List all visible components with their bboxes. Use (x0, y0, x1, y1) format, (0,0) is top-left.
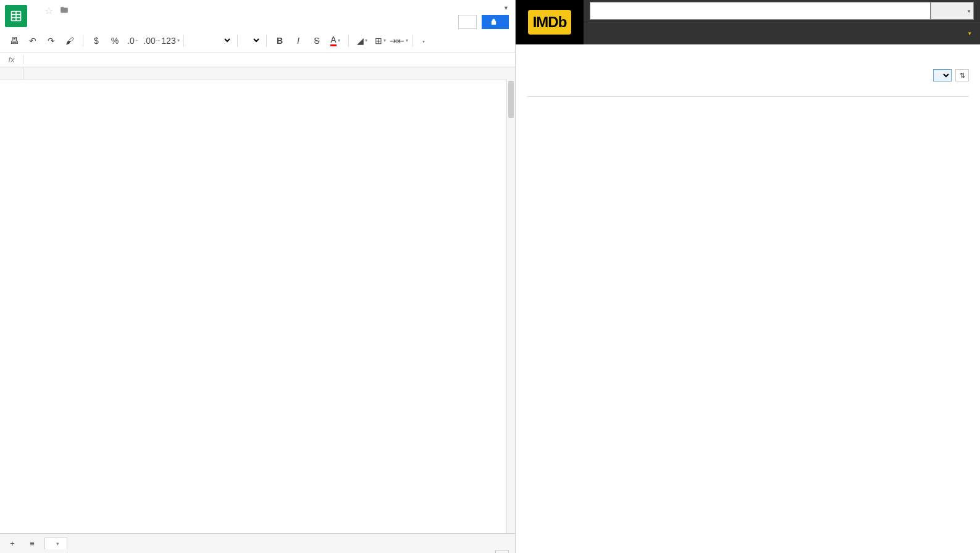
fill-color-icon[interactable]: ◢▾ (354, 33, 370, 49)
redo-icon[interactable]: ↷ (43, 33, 59, 49)
currency-icon[interactable]: $ (88, 33, 104, 49)
vertical-scrollbar[interactable] (506, 80, 515, 533)
watchlist-link[interactable]: ▾ (957, 22, 980, 44)
search-category-select[interactable] (931, 2, 974, 20)
decrease-decimal-icon[interactable]: .0← (125, 33, 141, 49)
share-button[interactable] (482, 15, 509, 29)
format-number-icon[interactable]: 123▾ (162, 33, 178, 49)
formula-bar: fx (0, 52, 515, 67)
increase-decimal-icon[interactable]: .00→ (144, 33, 160, 49)
borders-icon[interactable]: ⊞▾ (372, 33, 388, 49)
sheets-logo[interactable] (5, 5, 27, 27)
imdb-logo-wrap[interactable]: IMDb (516, 0, 584, 44)
dock-app-label[interactable] (495, 550, 509, 553)
google-sheets-pane: ☆ ▼ 🖶 ↶ ↷ 🖌 $ % .0← .00→ (0, 0, 516, 553)
account-label[interactable]: ▼ (501, 5, 509, 11)
toolbar: 🖶 ↶ ↷ 🖌 $ % .0← .00→ 123▾ B I S A▾ ◢▾ ⊞▾… (0, 29, 515, 52)
imdb-content: ⇅ (516, 44, 980, 553)
comments-button[interactable] (458, 15, 477, 29)
fx-label: fx (0, 55, 23, 64)
spreadsheet-grid[interactable] (0, 67, 515, 533)
font-size-select[interactable] (243, 34, 261, 47)
sheets-header: ☆ ▼ (0, 0, 515, 29)
formula-input[interactable] (23, 54, 515, 65)
undo-icon[interactable]: ↶ (25, 33, 41, 49)
merge-icon[interactable]: ⇥⇤▾ (391, 33, 407, 49)
text-color-icon[interactable]: A▾ (327, 33, 343, 49)
paint-format-icon[interactable]: 🖌 (62, 33, 78, 49)
font-select[interactable] (189, 34, 232, 47)
more-button[interactable]: ▾ (417, 35, 429, 46)
print-icon[interactable]: 🖶 (6, 33, 22, 49)
imdb-header: IMDb ▾ (516, 0, 980, 44)
select-all-corner[interactable] (0, 67, 23, 80)
all-sheets-button[interactable]: ≡ (25, 536, 40, 551)
add-sheet-button[interactable]: + (5, 536, 20, 551)
sheet-tab[interactable]: ▾ (44, 538, 67, 549)
folder-icon[interactable] (59, 6, 69, 16)
doc-title[interactable] (33, 10, 38, 12)
sort-direction-button[interactable]: ⇅ (955, 69, 969, 81)
imdb-logo: IMDb (528, 10, 572, 35)
italic-icon[interactable]: I (290, 33, 306, 49)
imdb-pane: IMDb ▾ ⇅ (516, 0, 980, 553)
table-header (527, 89, 969, 97)
sheet-tabs-bar: + ≡ ▾ (0, 533, 515, 553)
search-input[interactable] (590, 2, 931, 20)
star-icon[interactable]: ☆ (44, 5, 53, 17)
bold-icon[interactable]: B (272, 33, 288, 49)
strikethrough-icon[interactable]: S (309, 33, 325, 49)
sort-select[interactable] (933, 69, 952, 81)
percent-icon[interactable]: % (107, 33, 123, 49)
